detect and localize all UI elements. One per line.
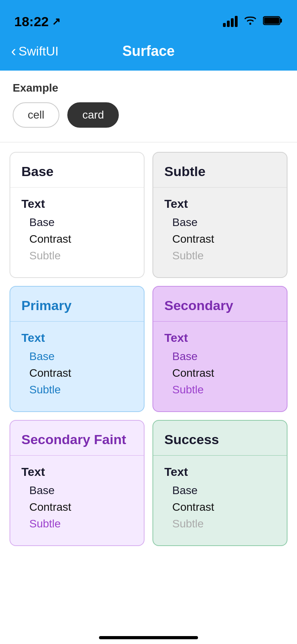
card-secondary-faint-text-label: Text: [21, 465, 133, 479]
card-base: Base Text Base Contrast Subtle: [10, 152, 145, 278]
card-success-body: Text Base Contrast Subtle: [153, 456, 287, 545]
chevron-left-icon: ‹: [11, 43, 16, 60]
card-subtle-text-contrast: Contrast: [164, 233, 276, 245]
card-primary: Primary Text Base Contrast Subtle: [10, 286, 145, 412]
back-label: SwiftUI: [19, 44, 59, 59]
card-base-header: Base: [10, 153, 144, 188]
card-secondary-text-subtle: Subtle: [164, 383, 276, 396]
back-button[interactable]: ‹ SwiftUI: [11, 43, 59, 60]
card-secondary: Secondary Text Base Contrast Subtle: [152, 286, 287, 412]
card-subtle-text-subtle: Subtle: [164, 249, 276, 262]
nav-bar: ‹ SwiftUI Surface: [0, 36, 297, 71]
card-base-body: Text Base Contrast Subtle: [10, 188, 144, 277]
section-divider: [0, 142, 297, 142]
home-indicator: [99, 636, 198, 639]
status-bar: 18:22 ↗: [0, 0, 297, 36]
card-success-text-subtle: Subtle: [164, 518, 276, 530]
card-success-text-contrast: Contrast: [164, 501, 276, 514]
cell-button[interactable]: cell: [13, 102, 59, 128]
cards-grid: Base Text Base Contrast Subtle Subtle Te…: [0, 152, 297, 556]
card-primary-body: Text Base Contrast Subtle: [10, 322, 144, 411]
card-secondary-body: Text Base Contrast Subtle: [153, 322, 287, 411]
card-secondary-faint-body: Text Base Contrast Subtle: [10, 456, 144, 545]
card-success: Success Text Base Contrast Subtle: [152, 420, 287, 546]
card-secondary-faint-text-subtle: Subtle: [21, 518, 133, 530]
card-secondary-header: Secondary: [153, 287, 287, 322]
card-subtle-title: Subtle: [164, 164, 276, 179]
status-icons: [223, 15, 283, 29]
card-success-header: Success: [153, 421, 287, 456]
card-primary-text-contrast: Contrast: [21, 367, 133, 380]
card-secondary-faint-text-base: Base: [21, 484, 133, 497]
card-secondary-faint-title: Secondary Faint: [21, 432, 133, 447]
example-label: Example: [13, 82, 284, 94]
battery-icon: [263, 15, 283, 28]
location-arrow-icon: ↗: [52, 15, 61, 28]
card-success-text-base: Base: [164, 484, 276, 497]
card-subtle: Subtle Text Base Contrast Subtle: [152, 152, 287, 278]
card-subtle-text-base: Base: [164, 216, 276, 229]
card-base-text-label: Text: [21, 197, 133, 211]
card-success-title: Success: [164, 432, 276, 447]
example-buttons: cell card: [13, 102, 284, 128]
svg-point-0: [249, 23, 251, 25]
card-subtle-text-label: Text: [164, 197, 276, 211]
card-primary-title: Primary: [21, 298, 133, 313]
wifi-icon: [243, 15, 257, 29]
card-secondary-title: Secondary: [164, 298, 276, 313]
card-button[interactable]: card: [67, 102, 119, 128]
card-base-text-subtle: Subtle: [21, 249, 133, 262]
example-section: Example cell card: [0, 71, 297, 142]
card-base-text-contrast: Contrast: [21, 233, 133, 245]
svg-rect-2: [280, 19, 282, 23]
signal-icon: [223, 16, 238, 27]
card-secondary-faint: Secondary Faint Text Base Contrast Subtl…: [10, 420, 145, 546]
svg-rect-3: [264, 17, 279, 24]
card-primary-text-label: Text: [21, 331, 133, 345]
card-subtle-header: Subtle: [153, 153, 287, 188]
card-secondary-faint-text-contrast: Contrast: [21, 501, 133, 514]
card-base-text-base: Base: [21, 216, 133, 229]
card-primary-text-subtle: Subtle: [21, 383, 133, 396]
status-time: 18:22 ↗: [14, 14, 61, 29]
card-secondary-text-label: Text: [164, 331, 276, 345]
time-display: 18:22: [14, 14, 49, 29]
nav-title: Surface: [122, 43, 175, 59]
card-primary-header: Primary: [10, 287, 144, 322]
card-success-text-label: Text: [164, 465, 276, 479]
card-base-title: Base: [21, 164, 133, 179]
card-primary-text-base: Base: [21, 350, 133, 363]
card-secondary-text-contrast: Contrast: [164, 367, 276, 380]
card-secondary-text-base: Base: [164, 350, 276, 363]
card-subtle-body: Text Base Contrast Subtle: [153, 188, 287, 277]
card-secondary-faint-header: Secondary Faint: [10, 421, 144, 456]
